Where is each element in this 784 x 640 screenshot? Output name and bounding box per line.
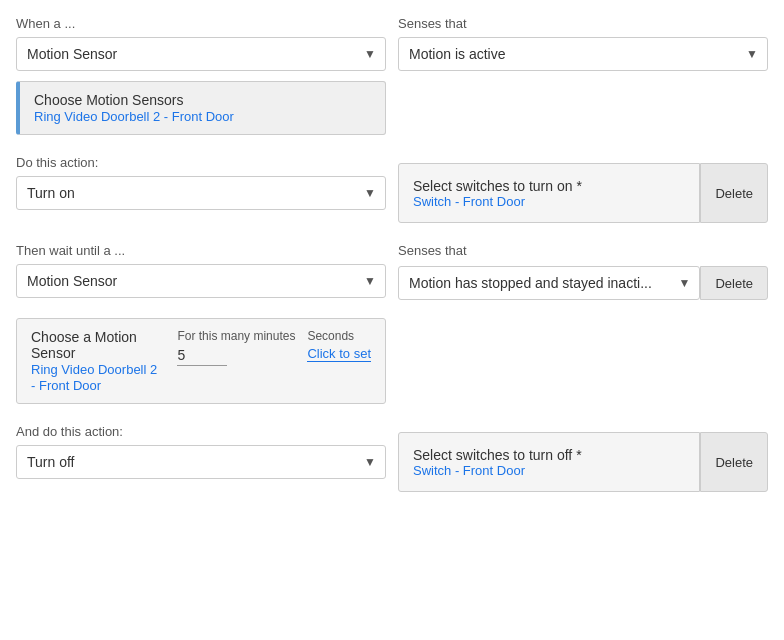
wait-sensor-col: Choose a Motion Sensor Ring Video Doorbe… xyxy=(31,329,161,393)
senses-label-1: Senses that xyxy=(398,16,768,31)
senses-select-wrapper-2[interactable]: Motion has stopped and stayed inacti... … xyxy=(398,266,700,300)
then-wait-label: Then wait until a ... xyxy=(16,243,386,258)
and-do-col: And do this action: Turn off ▼ xyxy=(16,424,386,479)
action-result-col-1: Select switches to turn on * Switch - Fr… xyxy=(398,155,768,223)
action-box-1: Select switches to turn on * Switch - Fr… xyxy=(398,163,700,223)
click-to-set[interactable]: Click to set xyxy=(307,346,371,362)
senses-select-1[interactable]: Motion is active xyxy=(398,37,768,71)
minutes-group: For this many minutes xyxy=(177,329,295,366)
and-do-select[interactable]: Turn off xyxy=(16,445,386,479)
for-minutes-label: For this many minutes xyxy=(177,329,295,343)
when-label: When a ... xyxy=(16,16,386,31)
action-box-1-title: Select switches to turn on * xyxy=(413,178,685,194)
senses-label-2: Senses that xyxy=(398,243,768,258)
action-box-2-title: Select switches to turn off * xyxy=(413,447,685,463)
seconds-label: Seconds xyxy=(307,329,371,343)
when-select-wrapper[interactable]: Motion Sensor ▼ xyxy=(16,37,386,71)
do-action-select[interactable]: Turn on xyxy=(16,176,386,210)
minutes-input[interactable] xyxy=(177,345,227,366)
action-row-1: Select switches to turn on * Switch - Fr… xyxy=(398,163,768,223)
senses-select-2[interactable]: Motion has stopped and stayed inacti... xyxy=(398,266,700,300)
seconds-group: Seconds Click to set xyxy=(307,329,371,362)
delete-button-3[interactable]: Delete xyxy=(700,432,768,492)
when-select[interactable]: Motion Sensor xyxy=(16,37,386,71)
when-col: When a ... Motion Sensor ▼ xyxy=(16,16,386,71)
action-row-2: Select switches to turn off * Switch - F… xyxy=(398,432,768,492)
senses-row-2: Motion has stopped and stayed inacti... … xyxy=(398,266,768,300)
senses-col-1: Senses that Motion is active ▼ xyxy=(398,16,768,71)
chosen-motion-sensor-box: Choose Motion Sensors Ring Video Doorbel… xyxy=(16,81,386,135)
do-action-block: Do this action: Turn on ▼ Select switche… xyxy=(16,155,768,223)
action-box-2: Select switches to turn off * Switch - F… xyxy=(398,432,700,492)
chosen-box-2-link[interactable]: Ring Video Doorbell 2 - Front Door xyxy=(31,362,157,393)
wait-time-col: For this many minutes Seconds Click to s… xyxy=(177,329,371,366)
chosen-box-1-title: Choose Motion Sensors xyxy=(34,92,371,108)
and-do-select-wrapper[interactable]: Turn off ▼ xyxy=(16,445,386,479)
wait-detail-box: Choose a Motion Sensor Ring Video Doorbe… xyxy=(16,318,386,404)
delete-button-1[interactable]: Delete xyxy=(700,163,768,223)
action-box-1-link[interactable]: Switch - Front Door xyxy=(413,194,685,209)
senses-select-wrapper-1[interactable]: Motion is active ▼ xyxy=(398,37,768,71)
and-do-block: And do this action: Turn off ▼ Select sw… xyxy=(16,424,768,492)
do-action-select-wrapper[interactable]: Turn on ▼ xyxy=(16,176,386,210)
when-block: When a ... Motion Sensor ▼ Senses that M… xyxy=(16,16,768,135)
do-action-col: Do this action: Turn on ▼ xyxy=(16,155,386,210)
senses-col-2: Senses that Motion has stopped and staye… xyxy=(398,243,768,300)
then-wait-block: Then wait until a ... Motion Sensor ▼ Se… xyxy=(16,243,768,404)
and-do-label: And do this action: xyxy=(16,424,386,439)
chosen-box-1-link[interactable]: Ring Video Doorbell 2 - Front Door xyxy=(34,109,234,124)
do-action-label: Do this action: xyxy=(16,155,386,170)
action-result-col-2: Select switches to turn off * Switch - F… xyxy=(398,424,768,492)
then-wait-select[interactable]: Motion Sensor xyxy=(16,264,386,298)
chosen-box-2-title: Choose a Motion Sensor xyxy=(31,329,161,361)
action-box-2-link[interactable]: Switch - Front Door xyxy=(413,463,685,478)
then-wait-select-wrapper[interactable]: Motion Sensor ▼ xyxy=(16,264,386,298)
delete-button-2[interactable]: Delete xyxy=(700,266,768,300)
then-wait-col: Then wait until a ... Motion Sensor ▼ xyxy=(16,243,386,298)
